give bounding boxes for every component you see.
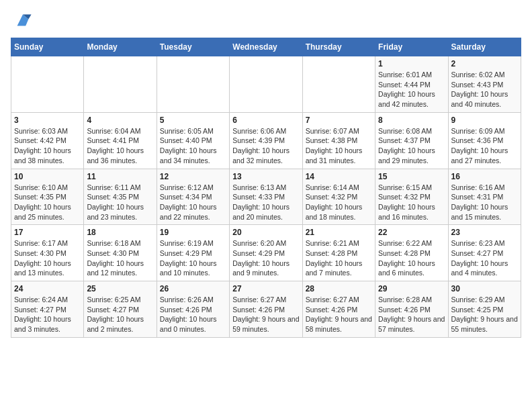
day-number: 22 — [378, 228, 445, 237]
day-number: 8 — [378, 116, 445, 125]
calendar-week-row: 3Sunrise: 6:03 AM Sunset: 4:42 PM Daylig… — [11, 112, 521, 169]
day-number: 7 — [306, 116, 372, 125]
day-number: 13 — [232, 172, 299, 181]
calendar-day-cell: 11Sunrise: 6:11 AM Sunset: 4:35 PM Dayli… — [84, 169, 157, 225]
day-info: Sunrise: 6:20 AM Sunset: 4:29 PM Dayligh… — [232, 238, 299, 278]
day-info: Sunrise: 6:13 AM Sunset: 4:33 PM Dayligh… — [232, 183, 299, 222]
day-number: 14 — [306, 172, 372, 181]
day-info: Sunrise: 6:22 AM Sunset: 4:28 PM Dayligh… — [378, 238, 445, 278]
day-info: Sunrise: 6:12 AM Sunset: 4:34 PM Dayligh… — [160, 183, 226, 222]
calendar-day-header: Monday — [84, 38, 157, 56]
calendar-day-cell: 3Sunrise: 6:03 AM Sunset: 4:42 PM Daylig… — [11, 112, 84, 169]
calendar-day-cell: 14Sunrise: 6:14 AM Sunset: 4:32 PM Dayli… — [302, 169, 375, 225]
calendar-day-cell: 23Sunrise: 6:23 AM Sunset: 4:27 PM Dayli… — [448, 225, 521, 281]
day-info: Sunrise: 6:19 AM Sunset: 4:29 PM Dayligh… — [160, 238, 226, 278]
day-info: Sunrise: 6:01 AM Sunset: 4:44 PM Dayligh… — [378, 70, 445, 109]
calendar-week-row: 17Sunrise: 6:17 AM Sunset: 4:30 PM Dayli… — [11, 225, 521, 281]
calendar-day-cell: 19Sunrise: 6:19 AM Sunset: 4:29 PM Dayli… — [157, 225, 229, 281]
day-info: Sunrise: 6:28 AM Sunset: 4:26 PM Dayligh… — [378, 295, 445, 334]
day-number: 11 — [87, 172, 153, 181]
calendar-week-row: 24Sunrise: 6:24 AM Sunset: 4:27 PM Dayli… — [11, 281, 521, 338]
day-number: 26 — [160, 284, 226, 293]
calendar-day-cell — [157, 56, 229, 113]
day-number: 15 — [378, 172, 445, 181]
calendar-day-cell — [84, 56, 157, 113]
calendar-day-cell: 5Sunrise: 6:05 AM Sunset: 4:40 PM Daylig… — [157, 112, 229, 169]
calendar-day-cell: 29Sunrise: 6:28 AM Sunset: 4:26 PM Dayli… — [375, 281, 448, 338]
calendar-day-cell: 27Sunrise: 6:27 AM Sunset: 4:26 PM Dayli… — [230, 281, 302, 338]
calendar-day-header: Wednesday — [230, 38, 302, 56]
calendar-day-cell: 4Sunrise: 6:04 AM Sunset: 4:41 PM Daylig… — [84, 112, 157, 169]
calendar-day-cell: 9Sunrise: 6:09 AM Sunset: 4:36 PM Daylig… — [448, 112, 521, 169]
calendar-week-row: 10Sunrise: 6:10 AM Sunset: 4:35 PM Dayli… — [11, 169, 521, 225]
day-info: Sunrise: 6:08 AM Sunset: 4:37 PM Dayligh… — [378, 126, 445, 166]
calendar-day-cell: 25Sunrise: 6:25 AM Sunset: 4:27 PM Dayli… — [84, 281, 157, 338]
day-info: Sunrise: 6:02 AM Sunset: 4:43 PM Dayligh… — [451, 70, 518, 109]
day-number: 5 — [160, 116, 226, 125]
day-info: Sunrise: 6:29 AM Sunset: 4:25 PM Dayligh… — [451, 295, 518, 334]
day-info: Sunrise: 6:10 AM Sunset: 4:35 PM Dayligh… — [14, 183, 81, 222]
logo-icon — [13, 11, 32, 30]
day-number: 30 — [451, 284, 518, 293]
day-number: 27 — [232, 284, 299, 293]
day-info: Sunrise: 6:09 AM Sunset: 4:36 PM Dayligh… — [451, 126, 518, 166]
day-info: Sunrise: 6:16 AM Sunset: 4:31 PM Dayligh… — [451, 183, 518, 222]
day-info: Sunrise: 6:04 AM Sunset: 4:41 PM Dayligh… — [87, 126, 153, 166]
calendar-day-cell: 26Sunrise: 6:26 AM Sunset: 4:26 PM Dayli… — [157, 281, 229, 338]
day-number: 20 — [232, 228, 299, 237]
page-header — [11, 11, 521, 30]
day-info: Sunrise: 6:27 AM Sunset: 4:26 PM Dayligh… — [306, 295, 372, 334]
day-number: 2 — [451, 59, 518, 68]
calendar-day-cell: 18Sunrise: 6:18 AM Sunset: 4:30 PM Dayli… — [84, 225, 157, 281]
calendar-day-cell: 22Sunrise: 6:22 AM Sunset: 4:28 PM Dayli… — [375, 225, 448, 281]
day-number: 23 — [451, 228, 518, 237]
day-info: Sunrise: 6:23 AM Sunset: 4:27 PM Dayligh… — [451, 238, 518, 278]
day-info: Sunrise: 6:05 AM Sunset: 4:40 PM Dayligh… — [160, 126, 226, 166]
calendar-day-cell: 17Sunrise: 6:17 AM Sunset: 4:30 PM Dayli… — [11, 225, 84, 281]
day-number: 4 — [87, 116, 153, 125]
calendar-day-cell — [302, 56, 375, 113]
calendar-header-row: SundayMondayTuesdayWednesdayThursdayFrid… — [11, 38, 521, 56]
calendar-day-cell: 28Sunrise: 6:27 AM Sunset: 4:26 PM Dayli… — [302, 281, 375, 338]
calendar-day-cell: 2Sunrise: 6:02 AM Sunset: 4:43 PM Daylig… — [448, 56, 521, 113]
logo — [11, 11, 32, 30]
calendar-day-header: Saturday — [448, 38, 521, 56]
day-info: Sunrise: 6:03 AM Sunset: 4:42 PM Dayligh… — [14, 126, 81, 166]
calendar-day-cell: 15Sunrise: 6:15 AM Sunset: 4:32 PM Dayli… — [375, 169, 448, 225]
calendar-day-cell: 13Sunrise: 6:13 AM Sunset: 4:33 PM Dayli… — [230, 169, 302, 225]
calendar-day-cell: 6Sunrise: 6:06 AM Sunset: 4:39 PM Daylig… — [230, 112, 302, 169]
calendar-week-row: 1Sunrise: 6:01 AM Sunset: 4:44 PM Daylig… — [11, 56, 521, 113]
calendar-day-cell: 30Sunrise: 6:29 AM Sunset: 4:25 PM Dayli… — [448, 281, 521, 338]
day-number: 18 — [87, 228, 153, 237]
day-number: 25 — [87, 284, 153, 293]
day-number: 28 — [306, 284, 372, 293]
day-number: 9 — [451, 116, 518, 125]
day-info: Sunrise: 6:07 AM Sunset: 4:38 PM Dayligh… — [306, 126, 372, 166]
day-number: 3 — [14, 116, 81, 125]
day-number: 19 — [160, 228, 226, 237]
day-number: 17 — [14, 228, 81, 237]
calendar-day-cell: 8Sunrise: 6:08 AM Sunset: 4:37 PM Daylig… — [375, 112, 448, 169]
calendar-day-cell: 16Sunrise: 6:16 AM Sunset: 4:31 PM Dayli… — [448, 169, 521, 225]
day-info: Sunrise: 6:18 AM Sunset: 4:30 PM Dayligh… — [87, 238, 153, 278]
calendar-day-cell: 21Sunrise: 6:21 AM Sunset: 4:28 PM Dayli… — [302, 225, 375, 281]
calendar-day-cell: 20Sunrise: 6:20 AM Sunset: 4:29 PM Dayli… — [230, 225, 302, 281]
day-number: 21 — [306, 228, 372, 237]
calendar-day-cell: 7Sunrise: 6:07 AM Sunset: 4:38 PM Daylig… — [302, 112, 375, 169]
day-info: Sunrise: 6:06 AM Sunset: 4:39 PM Dayligh… — [232, 126, 299, 166]
calendar-day-cell: 1Sunrise: 6:01 AM Sunset: 4:44 PM Daylig… — [375, 56, 448, 113]
day-info: Sunrise: 6:14 AM Sunset: 4:32 PM Dayligh… — [306, 183, 372, 222]
day-info: Sunrise: 6:11 AM Sunset: 4:35 PM Dayligh… — [87, 183, 153, 222]
day-info: Sunrise: 6:27 AM Sunset: 4:26 PM Dayligh… — [232, 295, 299, 334]
calendar-day-header: Thursday — [302, 38, 375, 56]
day-number: 1 — [378, 59, 445, 68]
calendar-day-cell: 10Sunrise: 6:10 AM Sunset: 4:35 PM Dayli… — [11, 169, 84, 225]
calendar-day-cell: 12Sunrise: 6:12 AM Sunset: 4:34 PM Dayli… — [157, 169, 229, 225]
day-number: 24 — [14, 284, 81, 293]
calendar-day-cell: 24Sunrise: 6:24 AM Sunset: 4:27 PM Dayli… — [11, 281, 84, 338]
day-info: Sunrise: 6:24 AM Sunset: 4:27 PM Dayligh… — [14, 295, 81, 334]
calendar-day-cell — [11, 56, 84, 113]
day-info: Sunrise: 6:21 AM Sunset: 4:28 PM Dayligh… — [306, 238, 372, 278]
day-number: 16 — [451, 172, 518, 181]
calendar-day-header: Tuesday — [157, 38, 229, 56]
